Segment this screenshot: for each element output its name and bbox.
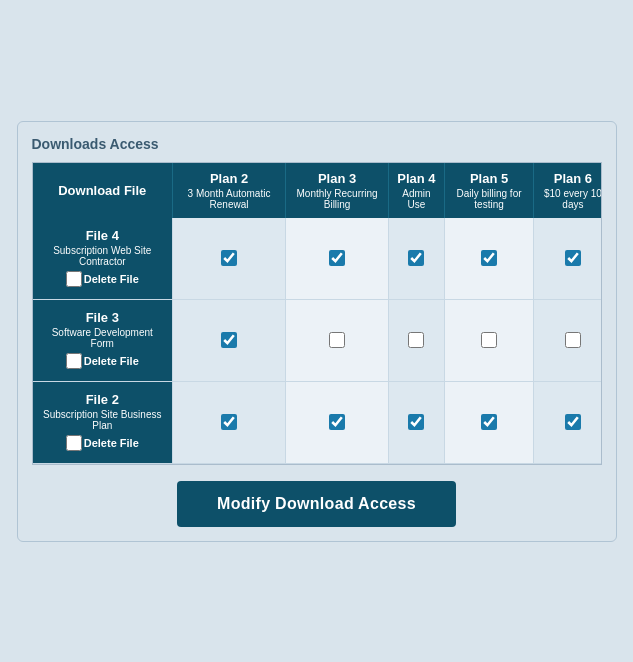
checkbox-wrapper-0-2 — [395, 250, 438, 266]
access-checkbox-0-1[interactable] — [329, 250, 345, 266]
checkbox-wrapper-0-3 — [451, 250, 528, 266]
access-checkbox-0-0[interactable] — [221, 250, 237, 266]
check-cell-2-4 — [534, 381, 602, 463]
delete-file-label-1[interactable]: Delete File — [66, 353, 139, 369]
access-checkbox-0-2[interactable] — [408, 250, 424, 266]
checkbox-wrapper-2-0 — [179, 414, 279, 430]
access-checkbox-2-1[interactable] — [329, 414, 345, 430]
modify-download-access-button[interactable]: Modify Download Access — [177, 481, 456, 527]
access-checkbox-1-2[interactable] — [408, 332, 424, 348]
delete-file-text-2: Delete File — [84, 437, 139, 449]
table-row: File 4Subscription Web Site ContractorDe… — [33, 218, 602, 300]
check-cell-1-1 — [286, 299, 389, 381]
file-sub-0: Subscription Web Site Contractor — [41, 245, 165, 267]
file-name-2: File 2 — [41, 392, 165, 407]
access-checkbox-2-2[interactable] — [408, 414, 424, 430]
checkbox-wrapper-1-2 — [395, 332, 438, 348]
check-cell-2-1 — [286, 381, 389, 463]
check-cell-0-4 — [534, 218, 602, 300]
checkbox-wrapper-0-1 — [292, 250, 382, 266]
check-cell-1-0 — [173, 299, 286, 381]
access-checkbox-2-3[interactable] — [481, 414, 497, 430]
check-cell-1-4 — [534, 299, 602, 381]
delete-file-text-0: Delete File — [84, 273, 139, 285]
table-row: File 3Software Development FormDelete Fi… — [33, 299, 602, 381]
col-header-plan3: Plan 3Monthly Recurring Billing — [286, 163, 389, 218]
check-cell-2-3 — [444, 381, 534, 463]
file-sub-1: Software Development Form — [41, 327, 165, 349]
check-cell-2-2 — [389, 381, 445, 463]
access-checkbox-0-4[interactable] — [565, 250, 581, 266]
check-cell-1-2 — [389, 299, 445, 381]
access-checkbox-1-1[interactable] — [329, 332, 345, 348]
delete-file-checkbox-1[interactable] — [66, 353, 82, 369]
checkbox-wrapper-1-3 — [451, 332, 528, 348]
access-checkbox-2-4[interactable] — [565, 414, 581, 430]
file-name-0: File 4 — [41, 228, 165, 243]
file-sub-2: Subscription Site Business Plan — [41, 409, 165, 431]
check-cell-0-2 — [389, 218, 445, 300]
checkbox-wrapper-1-0 — [179, 332, 279, 348]
col-header-plan4: Plan 4Admin Use — [389, 163, 445, 218]
file-label-2: File 2Subscription Site Business PlanDel… — [33, 381, 173, 463]
delete-file-text-1: Delete File — [84, 355, 139, 367]
access-table: Download FilePlan 23 Month Automatic Ren… — [33, 163, 602, 464]
checkbox-wrapper-2-2 — [395, 414, 438, 430]
checkbox-wrapper-1-1 — [292, 332, 382, 348]
check-cell-0-3 — [444, 218, 534, 300]
col-header-plan5: Plan 5Daily billing for testing — [444, 163, 534, 218]
button-row: Modify Download Access — [32, 481, 602, 527]
col-header-plan6: Plan 6$10 every 10 days — [534, 163, 602, 218]
checkbox-wrapper-0-4 — [540, 250, 601, 266]
access-checkbox-1-0[interactable] — [221, 332, 237, 348]
access-checkbox-1-4[interactable] — [565, 332, 581, 348]
checkbox-wrapper-2-1 — [292, 414, 382, 430]
file-label-1: File 3Software Development FormDelete Fi… — [33, 299, 173, 381]
checkbox-wrapper-1-4 — [540, 332, 601, 348]
check-cell-2-0 — [173, 381, 286, 463]
delete-file-checkbox-2[interactable] — [66, 435, 82, 451]
col-header-download-file: Download File — [33, 163, 173, 218]
checkbox-wrapper-2-4 — [540, 414, 601, 430]
col-header-plan2: Plan 23 Month Automatic Renewal — [173, 163, 286, 218]
file-label-0: File 4Subscription Web Site ContractorDe… — [33, 218, 173, 300]
file-name-1: File 3 — [41, 310, 165, 325]
card-title: Downloads Access — [32, 136, 602, 152]
check-cell-0-0 — [173, 218, 286, 300]
checkbox-wrapper-0-0 — [179, 250, 279, 266]
delete-file-label-0[interactable]: Delete File — [66, 271, 139, 287]
access-checkbox-1-3[interactable] — [481, 332, 497, 348]
check-cell-1-3 — [444, 299, 534, 381]
check-cell-0-1 — [286, 218, 389, 300]
access-checkbox-2-0[interactable] — [221, 414, 237, 430]
table-row: File 2Subscription Site Business PlanDel… — [33, 381, 602, 463]
delete-file-label-2[interactable]: Delete File — [66, 435, 139, 451]
access-checkbox-0-3[interactable] — [481, 250, 497, 266]
checkbox-wrapper-2-3 — [451, 414, 528, 430]
table-wrapper[interactable]: Download FilePlan 23 Month Automatic Ren… — [32, 162, 602, 465]
downloads-access-card: Downloads Access Download FilePlan 23 Mo… — [17, 121, 617, 542]
delete-file-checkbox-0[interactable] — [66, 271, 82, 287]
